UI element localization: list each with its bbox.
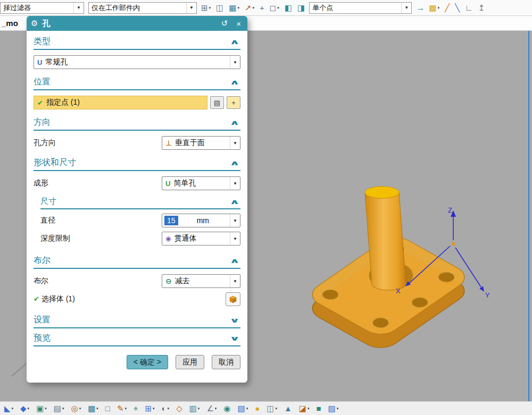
toolbar-icon[interactable]: ◆ ▾ bbox=[20, 404, 29, 412]
chevron-down-icon[interactable]: ▾ bbox=[12, 406, 14, 411]
section-preview-header[interactable]: 预览 ∨ bbox=[34, 333, 240, 346]
axes-origin-handle[interactable] bbox=[452, 242, 455, 245]
toolbar-icon[interactable]: + bbox=[260, 4, 264, 12]
boss-cylinder[interactable] bbox=[365, 187, 406, 290]
chevron-up-icon[interactable]: ∧ bbox=[229, 119, 240, 126]
ok-button[interactable]: < 确定 > bbox=[127, 355, 168, 369]
chevron-down-icon[interactable]: ▾ bbox=[198, 406, 200, 411]
chevron-down-icon[interactable]: ▾ bbox=[307, 406, 310, 411]
toolbar-icon[interactable]: ◫ ▾ bbox=[267, 404, 277, 412]
hole-type-dropdown[interactable]: U 常规孔 ▼ bbox=[34, 55, 240, 69]
toolbar-icon[interactable]: ◻ ▾ bbox=[270, 4, 279, 12]
chevron-down-icon[interactable]: ▾ bbox=[253, 6, 255, 10]
toolbar-icon[interactable]: ◧ bbox=[285, 4, 292, 12]
chevron-down-icon[interactable]: ▾ bbox=[79, 406, 81, 411]
toolbar-icon[interactable]: ↗ ▾ bbox=[245, 4, 254, 12]
toolbar-icon[interactable]: ╲ bbox=[455, 4, 460, 12]
hole-dialog[interactable]: ⚙ 孔 ↺ × 类型 ∧ U 常规孔 ▼ 位置 ∧ bbox=[27, 16, 247, 383]
specify-point-field[interactable]: ✔ 指定点 (1) bbox=[34, 96, 207, 109]
chevron-down-icon[interactable]: ▼ bbox=[73, 3, 84, 13]
section-dimensions-header[interactable]: 尺寸 ∧ bbox=[40, 197, 240, 209]
depth-limit-dropdown[interactable]: ◉ 贯通体 ▼ bbox=[162, 232, 240, 245]
chevron-up-icon[interactable]: ∧ bbox=[229, 257, 240, 265]
chevron-down-icon[interactable]: ∨ bbox=[229, 335, 240, 342]
toolbar-icon[interactable]: ◪ ▾ bbox=[299, 404, 310, 412]
toolbar-icon[interactable]: ◫ bbox=[216, 4, 223, 12]
section-direction-header[interactable]: 方向 ∧ bbox=[34, 117, 240, 131]
toolbar-icon[interactable]: ▧ ▾ bbox=[237, 404, 248, 412]
chevron-down-icon[interactable]: ▼ bbox=[230, 177, 240, 190]
toolbar-icon[interactable]: ▩ ▾ bbox=[88, 404, 98, 412]
section-boolean-header[interactable]: 布尔 ∧ bbox=[34, 255, 240, 269]
chevron-down-icon[interactable]: ▼ bbox=[230, 214, 240, 227]
chevron-down-icon[interactable]: ▾ bbox=[28, 406, 30, 411]
selection-scope-dropdown[interactable]: 仅在工作部件内 ▼ bbox=[88, 2, 197, 14]
toolbar-icon[interactable]: ◇ bbox=[176, 404, 182, 412]
toolbar-icon[interactable]: ▲ bbox=[284, 404, 292, 412]
dialog-title-bar[interactable]: ⚙ 孔 ↺ × bbox=[27, 16, 247, 31]
chevron-down-icon[interactable]: ▼ bbox=[230, 56, 240, 69]
form-dropdown[interactable]: U 简单孔 ▼ bbox=[162, 176, 240, 190]
toolbar-icon[interactable]: ∠ ▾ bbox=[206, 404, 217, 412]
chevron-down-icon[interactable]: ▾ bbox=[62, 406, 64, 411]
point-constructor-button[interactable]: + bbox=[227, 96, 240, 109]
toolbar-icon[interactable]: ↥ bbox=[478, 4, 485, 12]
chevron-down-icon[interactable]: ▾ bbox=[246, 406, 248, 411]
chevron-up-icon[interactable]: ∧ bbox=[229, 159, 240, 167]
gear-icon[interactable]: ⚙ bbox=[31, 19, 38, 28]
toolbar-icon[interactable]: ◉ bbox=[223, 404, 230, 412]
toolbar-icon[interactable]: ◐ ▾ bbox=[162, 404, 170, 412]
chevron-down-icon[interactable]: ▾ bbox=[275, 406, 277, 411]
chevron-down-icon[interactable]: ▾ bbox=[237, 6, 239, 10]
toolbar-icon[interactable]: ▨ ▾ bbox=[328, 404, 339, 412]
part-tab-title[interactable]: _mo bbox=[0, 19, 18, 28]
section-shape-header[interactable]: 形状和尺寸 ∧ bbox=[34, 157, 240, 171]
toolbar-icon[interactable]: ◎ ▾ bbox=[71, 404, 81, 412]
diameter-input[interactable]: 15 mm ▼ bbox=[162, 214, 240, 227]
chevron-up-icon[interactable]: ∧ bbox=[229, 79, 240, 86]
chevron-down-icon[interactable]: ▼ bbox=[186, 3, 196, 13]
chevron-down-icon[interactable]: ▾ bbox=[215, 406, 217, 411]
chevron-down-icon[interactable]: ▾ bbox=[209, 6, 211, 10]
toolbar-icon[interactable]: ╱ bbox=[445, 4, 450, 12]
select-body-field[interactable]: ✔ 选择体 (1) bbox=[34, 294, 75, 304]
arrow-right-icon[interactable]: → bbox=[416, 3, 425, 13]
chevron-down-icon[interactable]: ∨ bbox=[229, 317, 240, 324]
toolbar-icon[interactable]: ⊞ ▾ bbox=[145, 404, 154, 412]
toolbar-icon[interactable]: □ bbox=[105, 404, 110, 412]
section-position-header[interactable]: 位置 ∧ bbox=[34, 77, 240, 90]
chevron-down-icon[interactable]: ▾ bbox=[96, 406, 98, 411]
chevron-up-icon[interactable]: ∧ bbox=[229, 198, 240, 206]
chevron-down-icon[interactable]: ▾ bbox=[153, 406, 155, 411]
toolbar-icon[interactable]: ▣ ▾ bbox=[36, 404, 47, 412]
chevron-down-icon[interactable]: ▼ bbox=[230, 137, 240, 149]
model-3d[interactable]: Z Y X bbox=[250, 31, 532, 401]
chevron-down-icon[interactable]: ▾ bbox=[277, 6, 279, 10]
chevron-down-icon[interactable]: ▾ bbox=[437, 6, 439, 10]
selection-filter-dropdown[interactable]: 择过滤器 ▼ bbox=[0, 2, 84, 14]
toolbar-icon[interactable]: ◣ ▾ bbox=[4, 404, 13, 412]
reset-icon[interactable]: ↺ bbox=[219, 19, 230, 28]
point-method-dropdown[interactable]: 单个点 ▼ bbox=[309, 2, 412, 14]
toolbar-icon[interactable]: ● bbox=[255, 404, 260, 412]
point-dialog-button[interactable]: ▤ bbox=[210, 96, 224, 109]
toolbar-icon[interactable]: ▩ ▾ bbox=[429, 4, 439, 12]
chevron-down-icon[interactable]: ▾ bbox=[45, 406, 47, 411]
hole-direction-dropdown[interactable]: ⊥ 垂直于面 ▼ bbox=[162, 136, 240, 150]
chevron-up-icon[interactable]: ∧ bbox=[229, 38, 240, 46]
apply-button[interactable]: 应用 bbox=[176, 355, 204, 369]
cancel-button[interactable]: 取消 bbox=[212, 355, 240, 369]
chevron-down-icon[interactable]: ▾ bbox=[124, 406, 127, 411]
close-icon[interactable]: × bbox=[234, 19, 243, 28]
toolbar-icon[interactable]: ▥ ▾ bbox=[189, 404, 200, 412]
toolbar-icon[interactable]: ■ bbox=[316, 404, 321, 412]
chevron-down-icon[interactable]: ▾ bbox=[337, 406, 339, 411]
toolbar-icon[interactable]: ⌖ bbox=[134, 404, 138, 412]
chevron-down-icon[interactable]: ▼ bbox=[230, 232, 240, 245]
chevron-down-icon[interactable]: ▾ bbox=[168, 406, 170, 411]
toolbar-icon[interactable]: ∟ bbox=[465, 4, 473, 12]
select-body-button[interactable] bbox=[226, 292, 240, 306]
cylinder-top-face[interactable] bbox=[365, 187, 399, 198]
toolbar-icon[interactable]: ▦ ▾ bbox=[229, 4, 239, 12]
toolbar-icon[interactable]: ◨ bbox=[297, 4, 305, 12]
